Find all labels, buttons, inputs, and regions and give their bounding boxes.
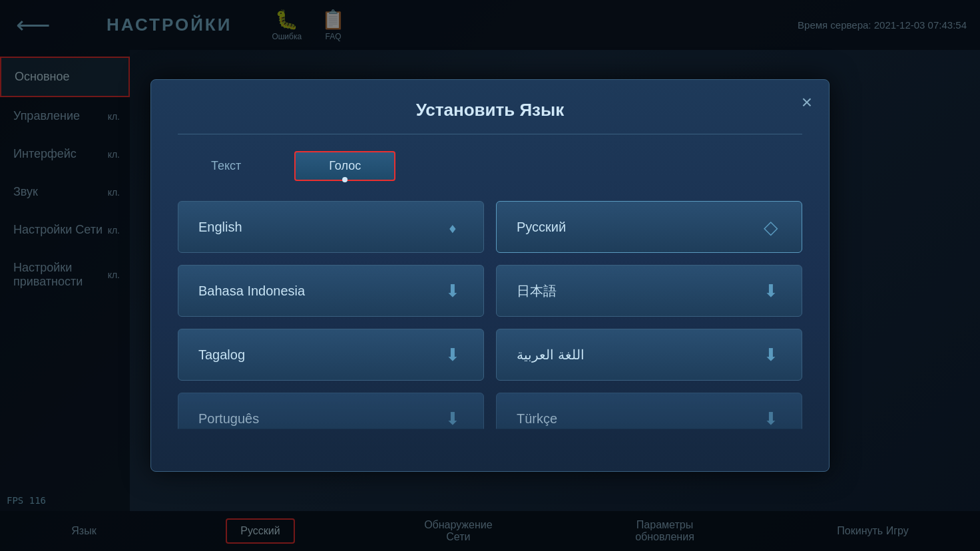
- lang-turkish-label: Türkçe: [517, 411, 557, 427]
- language-grid: English ⬧ Русский ◇ Bahasa Indonesia ⬇: [178, 201, 802, 445]
- lang-btn-bahasa[interactable]: Bahasa Indonesia ⬇: [178, 265, 484, 317]
- modal-overlay: Установить Язык × Текст Голос English ⬧: [0, 0, 980, 551]
- check-icon-english: ⬧: [442, 216, 463, 238]
- lang-btn-tagalog[interactable]: Tagalog ⬇: [178, 329, 484, 381]
- lang-arabic-label: اللغة العربية: [517, 347, 585, 363]
- download-icon-portuguese: ⬇: [442, 408, 463, 429]
- lang-btn-russian[interactable]: Русский ◇: [496, 201, 802, 253]
- tab-text-label: Текст: [211, 159, 241, 172]
- download-icon-arabic: ⬇: [760, 344, 782, 365]
- download-icon-japanese: ⬇: [760, 280, 782, 301]
- language-modal: Установить Язык × Текст Голос English ⬧: [150, 79, 830, 472]
- tab-voice-label: Голос: [329, 159, 361, 172]
- lang-btn-portuguese[interactable]: Português ⬇: [178, 393, 484, 445]
- download-icon-turkish: ⬇: [760, 408, 782, 429]
- modal-close-button[interactable]: ×: [802, 93, 812, 112]
- check-icon-russian: ◇: [760, 216, 782, 238]
- lang-english-label: English: [198, 220, 242, 235]
- download-icon-bahasa: ⬇: [442, 280, 463, 301]
- lang-bahasa-label: Bahasa Indonesia: [198, 283, 305, 299]
- lang-russian-label: Русский: [517, 220, 566, 235]
- lang-tagalog-label: Tagalog: [198, 347, 245, 363]
- tab-text[interactable]: Текст: [178, 152, 274, 180]
- download-icon-tagalog: ⬇: [442, 344, 463, 365]
- tab-voice[interactable]: Голос: [294, 151, 395, 181]
- lang-portuguese-label: Português: [198, 411, 259, 427]
- lang-btn-japanese[interactable]: 日本語 ⬇: [496, 265, 802, 317]
- lang-btn-english[interactable]: English ⬧: [178, 201, 484, 253]
- lang-japanese-label: 日本語: [517, 282, 557, 300]
- lang-btn-turkish[interactable]: Türkçe ⬇: [496, 393, 802, 445]
- modal-title: Установить Язык: [416, 100, 565, 120]
- lang-btn-arabic[interactable]: اللغة العربية ⬇: [496, 329, 802, 381]
- language-tabs: Текст Голос: [178, 151, 802, 181]
- modal-header: Установить Язык: [178, 100, 802, 134]
